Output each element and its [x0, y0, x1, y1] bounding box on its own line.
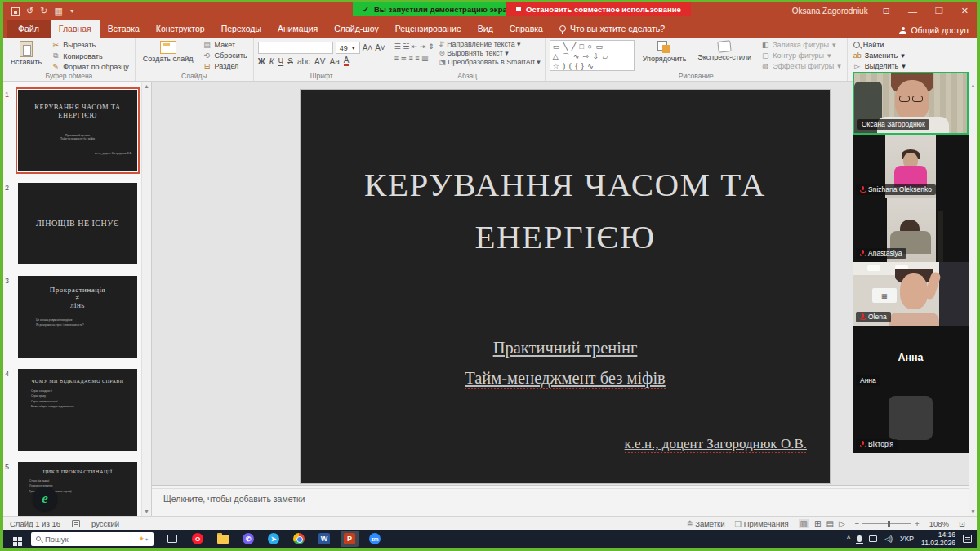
language-indicator[interactable]: русский: [91, 519, 119, 528]
tab-transitions[interactable]: Переходы: [213, 20, 270, 38]
font-name-combobox[interactable]: [258, 42, 333, 54]
arrange-button[interactable]: Упорядочить: [639, 40, 690, 64]
tab-design[interactable]: Конструктор: [148, 20, 213, 38]
bold-button[interactable]: Ж: [258, 57, 265, 66]
tab-review[interactable]: Рецензирование: [387, 20, 470, 38]
network-icon[interactable]: [869, 535, 877, 542]
underline-button[interactable]: Ч: [278, 57, 284, 66]
current-slide[interactable]: КЕРУВАННЯ ЧАСОМ ТА ЕНЕРГІЄЮ Практичний т…: [301, 90, 830, 483]
participant-video-viktoriya[interactable]: Вікторія: [853, 389, 969, 453]
list-indent-buttons[interactable]: ☰ ☱ ⇤ ⇥ ⇕: [394, 42, 434, 51]
italic-button[interactable]: К: [270, 57, 274, 66]
find-button[interactable]: Найти: [852, 40, 907, 50]
select-button[interactable]: ▻Выделить ▾: [852, 61, 907, 71]
word-app[interactable]: W: [315, 531, 333, 547]
tab-animations[interactable]: Анимация: [270, 20, 326, 38]
align-text-button[interactable]: ⊜ Выровнять текст ▾: [439, 49, 540, 57]
scroll-down-icon[interactable]: ▼: [969, 509, 977, 514]
spellcheck-icon[interactable]: [72, 520, 80, 527]
normal-view-icon[interactable]: ▥: [799, 519, 809, 528]
section-button[interactable]: ⊟Раздел: [202, 61, 249, 71]
alignment-buttons[interactable]: ≡ ≣ ≡ ≡ ▥: [394, 54, 434, 62]
file-explorer-app[interactable]: [214, 531, 232, 547]
viber-app[interactable]: ✆: [239, 531, 257, 547]
zoom-out-icon[interactable]: −: [855, 519, 860, 528]
participant-video-oksana[interactable]: Оксана Загороднюк: [853, 72, 969, 135]
task-view-button[interactable]: [163, 531, 181, 547]
tab-help[interactable]: Справка: [501, 20, 551, 38]
undo-icon[interactable]: ↺: [26, 6, 33, 16]
close-button[interactable]: ✕: [958, 6, 972, 16]
thumbnail-slide-4[interactable]: 4 ЧОМУ МИ ВІДКЛАДАЄМО СПРАВИ Страх склад…: [5, 369, 140, 451]
qat-customize-icon[interactable]: ▼: [69, 8, 75, 14]
zoom-in-icon[interactable]: +: [915, 519, 920, 528]
participant-video-olena[interactable]: ▦ Olena: [853, 262, 969, 326]
strikethrough-button[interactable]: S: [287, 57, 293, 66]
participant-video-snizhana[interactable]: Snizhana Oleksenko: [853, 135, 969, 198]
microphone-icon[interactable]: [858, 535, 862, 542]
thumbnail-slide-3[interactable]: 3 Прокрастинація ≠ лінь Це ознака розумн…: [5, 276, 140, 358]
tab-view[interactable]: Вид: [470, 20, 501, 38]
char-spacing-button[interactable]: АV: [314, 57, 325, 66]
font-color-button[interactable]: А: [344, 56, 350, 66]
notification-center-icon[interactable]: [963, 535, 972, 543]
speaker-icon[interactable]: ◁): [884, 535, 893, 543]
main-vertical-scrollbar[interactable]: ▲ ▼: [969, 81, 977, 516]
start-slideshow-icon[interactable]: ▦: [54, 6, 62, 16]
restore-button[interactable]: ❐: [932, 6, 947, 16]
redo-icon[interactable]: ↻: [40, 6, 47, 16]
tab-file[interactable]: Файл: [7, 20, 51, 38]
chrome-app[interactable]: [290, 531, 308, 547]
telegram-app[interactable]: ➤: [265, 531, 283, 547]
stop-share-button[interactable]: Остановить совместное использование: [506, 2, 691, 16]
tell-me-box[interactable]: Что вы хотите сделать?: [551, 20, 673, 38]
thumbnail-slide-2[interactable]: 2 ЛІНОЩІВ НЕ ІСНУЄ: [5, 183, 140, 264]
shape-outline-button[interactable]: ▢Контур фигуры ▾: [760, 51, 843, 60]
zoom-percentage[interactable]: 108%: [929, 519, 949, 528]
tab-home[interactable]: Главная: [51, 20, 100, 38]
participant-video-anna[interactable]: Анна Анна: [853, 326, 969, 389]
share-access-button[interactable]: Общий доступ: [899, 25, 969, 35]
zoom-app[interactable]: zm: [366, 531, 384, 547]
format-painter-button[interactable]: ✎Формат по образцу: [50, 62, 131, 72]
scroll-up-icon[interactable]: ▲: [142, 83, 151, 89]
notes-pane[interactable]: Щелкните, чтобы добавить заметки: [152, 485, 977, 516]
change-case-button[interactable]: Аа: [329, 57, 339, 66]
save-icon[interactable]: [11, 7, 20, 16]
reading-view-icon[interactable]: ▤: [826, 519, 833, 528]
quick-styles-button[interactable]: Экспресс-стили: [694, 40, 755, 62]
text-direction-button[interactable]: ⇵ Направление текста ▾: [439, 40, 540, 48]
shape-effects-button[interactable]: ◍Эффекты фигуры ▾: [760, 61, 843, 71]
layout-button[interactable]: ▤Макет: [202, 40, 249, 50]
ribbon-options-icon[interactable]: ⊡: [880, 6, 893, 16]
grammarly-icon[interactable]: e: [33, 487, 57, 511]
taskbar-search-input[interactable]: Пошук ✦✦: [31, 532, 154, 546]
replace-button[interactable]: abЗаменить ▾: [852, 51, 907, 60]
zoom-slider[interactable]: [862, 523, 911, 524]
shrink-font-icon[interactable]: А˅: [375, 43, 385, 52]
thumbnail-slide-5[interactable]: 5 ЦИКЛ ПРОКРАСТИНАЦІЇ Страх від задачі У…: [5, 462, 140, 516]
minimize-button[interactable]: —: [905, 7, 920, 16]
participant-video-anastasiya[interactable]: Anastasiya: [853, 198, 969, 262]
new-slide-button[interactable]: Создать слайд: [140, 40, 197, 64]
reset-button[interactable]: ⟲Сбросить: [202, 51, 249, 60]
thumbnail-scrollbar[interactable]: ▲ ▼: [141, 82, 151, 516]
slideshow-view-icon[interactable]: ▷: [839, 519, 845, 528]
powerpoint-app[interactable]: P: [341, 531, 359, 547]
opera-app[interactable]: O: [189, 531, 207, 547]
thumbnail-slide-1[interactable]: 1 КЕРУВАННЯ ЧАСОМ ТА ЕНЕРГІЄЮ Практичний…: [5, 90, 140, 171]
clock[interactable]: 14:16 11.02.2026: [921, 531, 956, 547]
text-shadow-button[interactable]: abc: [297, 57, 310, 66]
start-button[interactable]: [3, 532, 31, 546]
grow-font-icon[interactable]: А˄: [363, 43, 373, 52]
fit-slide-icon[interactable]: ⊡: [959, 519, 965, 528]
slide-sorter-icon[interactable]: ⊞: [814, 519, 821, 528]
smartart-button[interactable]: ⬔ Преобразовать в SmartArt ▾: [439, 58, 540, 66]
shape-fill-button[interactable]: ◧Заливка фигуры ▾: [760, 40, 843, 50]
cut-button[interactable]: ✂Вырезать: [50, 40, 131, 50]
tray-expand-icon[interactable]: ^: [847, 535, 850, 543]
paste-button[interactable]: Вставить: [7, 40, 45, 67]
scroll-up-icon[interactable]: ▲: [969, 82, 977, 88]
comments-toggle[interactable]: ❑ Примечания: [735, 519, 789, 528]
scroll-down-icon[interactable]: ▼: [142, 509, 151, 514]
